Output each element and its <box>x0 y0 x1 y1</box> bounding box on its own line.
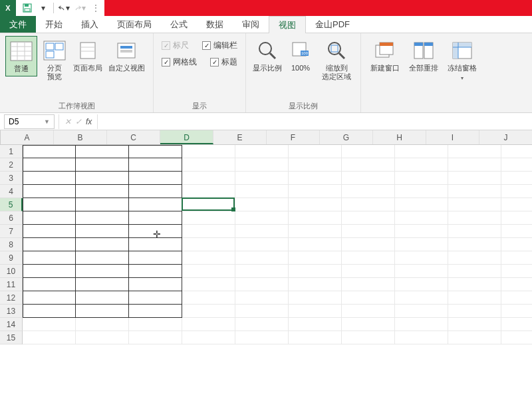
redo-icon[interactable]: ▾ <box>74 2 86 14</box>
cell[interactable] <box>501 265 532 278</box>
cell[interactable] <box>395 211 448 225</box>
row-header[interactable]: 5 <box>0 198 23 211</box>
cell[interactable] <box>76 305 129 318</box>
cell[interactable] <box>235 291 289 305</box>
cell[interactable] <box>76 331 129 344</box>
cell[interactable] <box>129 331 182 344</box>
cell[interactable] <box>76 158 129 172</box>
new-window-button[interactable]: 新建窗口 <box>366 36 404 75</box>
cell[interactable] <box>289 198 342 211</box>
cell[interactable] <box>395 225 448 238</box>
cancel-icon[interactable]: ✕ <box>65 117 71 126</box>
cell[interactable] <box>448 172 501 185</box>
cell[interactable] <box>448 318 501 331</box>
cell[interactable] <box>182 318 235 331</box>
cell[interactable] <box>235 278 289 291</box>
cell[interactable] <box>448 158 501 172</box>
cell[interactable] <box>182 331 235 344</box>
cell[interactable] <box>448 278 501 291</box>
cell[interactable] <box>23 265 76 278</box>
cell[interactable] <box>23 238 76 251</box>
tab-review[interactable]: 审阅 <box>233 16 269 33</box>
zoom-button[interactable]: 显示比例 <box>251 36 283 75</box>
cell[interactable] <box>342 251 395 265</box>
cell[interactable] <box>501 198 532 211</box>
undo-icon[interactable]: ▾ <box>58 2 70 14</box>
cell[interactable] <box>342 331 395 344</box>
cell[interactable] <box>342 172 395 185</box>
qat-dropdown-icon[interactable]: ▾ <box>37 2 49 14</box>
cell[interactable] <box>395 238 448 251</box>
cell[interactable] <box>289 145 342 158</box>
cell[interactable] <box>23 185 76 198</box>
cell[interactable] <box>342 305 395 318</box>
cell[interactable] <box>342 198 395 211</box>
row-header[interactable]: 12 <box>0 291 23 305</box>
cell[interactable] <box>395 318 448 331</box>
cell[interactable] <box>289 251 342 265</box>
column-header[interactable]: D <box>160 130 213 144</box>
cell[interactable] <box>76 145 129 158</box>
view-page-layout-button[interactable]: 页面布局 <box>72 36 104 75</box>
cell[interactable] <box>182 225 235 238</box>
cell[interactable] <box>342 238 395 251</box>
checkbox-gridlines[interactable]: 网格线 <box>162 57 197 68</box>
cell[interactable] <box>448 305 501 318</box>
row-header[interactable]: 4 <box>0 185 23 198</box>
column-header[interactable]: F <box>267 130 320 144</box>
cell[interactable] <box>129 198 182 211</box>
cell[interactable] <box>235 251 289 265</box>
tab-page-layout[interactable]: 页面布局 <box>108 16 161 33</box>
cell[interactable] <box>342 278 395 291</box>
cell[interactable] <box>182 185 235 198</box>
cell[interactable] <box>23 291 76 305</box>
cell[interactable] <box>448 225 501 238</box>
row-header[interactable]: 9 <box>0 251 23 265</box>
cell[interactable] <box>448 145 501 158</box>
row-header[interactable]: 1 <box>0 145 23 158</box>
view-page-break-button[interactable]: 分页 预览 <box>39 36 70 84</box>
cell[interactable] <box>501 238 532 251</box>
cell[interactable] <box>289 172 342 185</box>
cell[interactable] <box>76 185 129 198</box>
cell[interactable] <box>182 291 235 305</box>
name-box[interactable]: D5 ▼ <box>4 114 55 129</box>
cell[interactable] <box>235 172 289 185</box>
cell[interactable] <box>129 305 182 318</box>
cell[interactable] <box>76 251 129 265</box>
zoom-100-button[interactable]: 100 100% <box>285 36 317 75</box>
arrange-all-button[interactable]: 全部重排 <box>405 36 442 75</box>
cell[interactable] <box>395 172 448 185</box>
formula-input[interactable] <box>97 114 532 129</box>
cell[interactable] <box>76 238 129 251</box>
cell[interactable] <box>342 211 395 225</box>
cell[interactable] <box>23 198 76 211</box>
save-icon[interactable] <box>21 2 33 14</box>
cell[interactable] <box>129 211 182 225</box>
cell[interactable] <box>395 278 448 291</box>
column-header[interactable]: G <box>320 130 373 144</box>
column-header[interactable]: H <box>373 130 426 144</box>
cell[interactable] <box>501 211 532 225</box>
cell[interactable] <box>289 305 342 318</box>
cell[interactable] <box>289 331 342 344</box>
cell[interactable] <box>235 238 289 251</box>
cell[interactable] <box>342 158 395 172</box>
cell[interactable] <box>235 198 289 211</box>
cell[interactable] <box>182 198 235 211</box>
cell[interactable] <box>182 158 235 172</box>
cell[interactable] <box>289 291 342 305</box>
cell[interactable] <box>448 198 501 211</box>
cell[interactable] <box>23 225 76 238</box>
cell[interactable] <box>448 265 501 278</box>
column-header[interactable]: B <box>54 130 107 144</box>
tab-kingsoft-pdf[interactable]: 金山PDF <box>306 16 359 33</box>
cell[interactable] <box>182 238 235 251</box>
cell[interactable] <box>289 265 342 278</box>
cell[interactable] <box>501 331 532 344</box>
cell[interactable] <box>289 225 342 238</box>
cell[interactable] <box>448 185 501 198</box>
cell[interactable] <box>235 225 289 238</box>
cell[interactable] <box>129 225 182 238</box>
cell[interactable] <box>289 185 342 198</box>
